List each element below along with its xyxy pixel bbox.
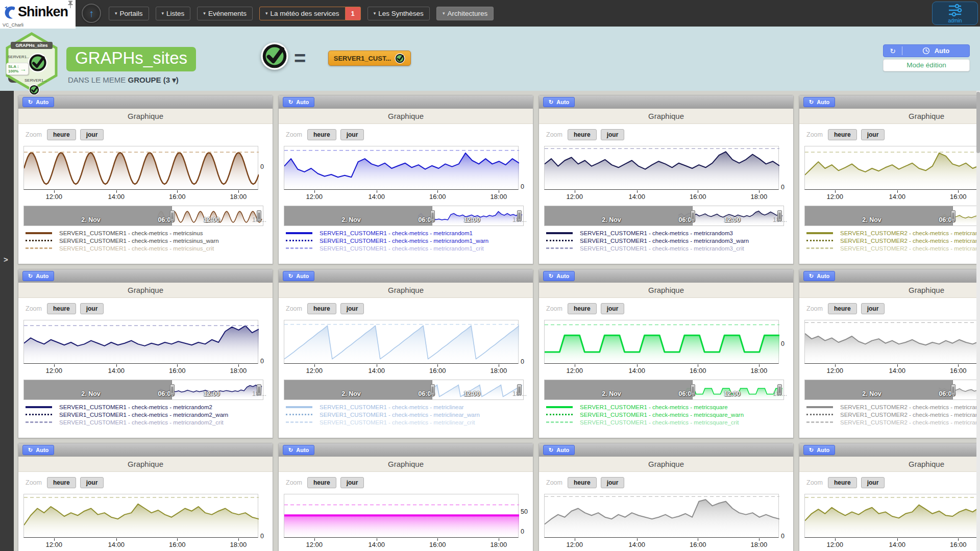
legend-entry[interactable]: SERVER1_CUSTOMER1 - check-metrics - metr… [26,418,270,426]
panel-auto-refresh-button[interactable]: ↻ Auto [22,445,54,455]
chart-plot-area[interactable] [804,146,980,190]
chart-plot-area[interactable] [284,146,519,190]
admin-button[interactable]: admin [932,2,978,25]
panel-auto-refresh-button[interactable]: ↻ Auto [283,97,314,107]
chart-navigator[interactable]: 2. Nov06:0012:0018:... [544,206,784,226]
zoom-hour-button[interactable]: heure [47,303,76,314]
legend-entry[interactable]: SERVER1_CUSTOMER1 - check-metrics - metr… [26,237,270,244]
menu-button[interactable]: ▾Architectures [436,7,494,20]
navigator-right-handle[interactable] [257,384,261,395]
panel-auto-refresh-button[interactable]: ↻ Auto [803,445,835,455]
zoom-hour-button[interactable]: heure [307,477,336,488]
legend-entry[interactable]: SERVER1_CUSTOMER1 - check-metrics - metr… [286,229,530,237]
legend-entry[interactable]: SERVER1_CUSTOMER1 - check-metrics - metr… [286,411,530,418]
chart-navigator[interactable]: 2. Nov06:0012:0018:... [284,206,524,226]
zoom-day-button[interactable]: jour [80,129,104,140]
navigator-left-handle[interactable] [691,384,695,395]
zoom-hour-button[interactable]: heure [47,129,76,140]
legend-entry[interactable]: SERVER1_CUSTOMER2 - check-metrics - metr… [806,237,980,244]
legend-entry[interactable]: SERVER1_CUSTOMER1 - check-metrics - metr… [286,237,530,244]
chart-navigator[interactable]: 2. Nov06:0012:0018:... [284,380,524,400]
zoom-day-button[interactable]: jour [601,129,625,140]
zoom-hour-button[interactable]: heure [828,303,857,314]
navigator-right-handle[interactable] [517,210,522,221]
pin-icon[interactable] [67,1,74,9]
chart-plot-area[interactable] [23,494,258,538]
chart-plot-area[interactable] [23,320,258,364]
zoom-day-button[interactable]: jour [601,303,625,314]
edit-mode-button[interactable]: Mode édition [883,59,970,71]
legend-entry[interactable]: SERVER1_CUSTOMER1 - check-metrics - metr… [546,237,790,244]
zoom-day-button[interactable]: jour [861,477,885,488]
zoom-hour-button[interactable]: heure [307,303,336,314]
scrollbar-thumb[interactable] [976,92,980,153]
page-title[interactable]: GRAPHs_sites [66,47,196,71]
menu-button[interactable]: ▾La météo des services [259,7,346,20]
chart-plot-area[interactable] [544,146,779,190]
zoom-day-button[interactable]: jour [861,129,885,140]
chart-navigator[interactable]: 2. Nov06:0012:0018:... [804,206,980,226]
zoom-hour-button[interactable]: heure [307,129,336,140]
legend-entry[interactable]: SERVER1_CUSTOMER1 - check-metrics - metr… [546,411,790,418]
legend-entry[interactable]: SERVER1_CUSTOMER2 - check-metrics - metr… [806,244,980,252]
panel-auto-refresh-button[interactable]: ↻ Auto [543,445,575,455]
navigator-left-handle[interactable] [951,210,955,221]
zoom-hour-button[interactable]: heure [828,477,857,488]
chart-navigator[interactable]: 2. Nov06:0012:0018:... [23,206,263,226]
zoom-day-button[interactable]: jour [340,477,364,488]
chart-navigator[interactable]: 2. Nov06:0012:0018:... [804,380,980,400]
chart-plot-area[interactable] [804,494,980,538]
legend-entry[interactable]: SERVER1_CUSTOMER2 - check-metrics - metr… [806,418,980,426]
scrollbar[interactable] [976,91,980,551]
panel-auto-refresh-button[interactable]: ↻ Auto [803,97,835,107]
navigator-left-handle[interactable] [170,384,175,395]
panel-auto-refresh-button[interactable]: ↻ Auto [543,97,575,107]
legend-entry[interactable]: SERVER1_CUSTOMER1 - check-metrics - metr… [546,229,790,237]
zoom-hour-button[interactable]: heure [568,129,597,140]
legend-entry[interactable]: SERVER1_CUSTOMER1 - check-metrics - metr… [26,403,270,411]
legend-entry[interactable]: SERVER1_CUSTOMER2 - check-metrics - metr… [806,411,980,418]
panel-auto-refresh-button[interactable]: ↻ Auto [283,445,314,455]
legend-entry[interactable]: SERVER1_CUSTOMER1 - check-metrics - metr… [26,229,270,237]
panel-auto-refresh-button[interactable]: ↻ Auto [22,97,54,107]
panel-auto-refresh-button[interactable]: ↻ Auto [22,271,54,281]
zoom-day-button[interactable]: jour [340,129,364,140]
zoom-day-button[interactable]: jour [80,303,104,314]
legend-entry[interactable]: SERVER1_CUSTOMER1 - check-metrics - metr… [546,418,790,426]
navigator-right-handle[interactable] [257,210,261,221]
logo-box[interactable]: Shinken VC_Charli [0,0,76,29]
zoom-hour-button[interactable]: heure [47,477,76,488]
zoom-day-button[interactable]: jour [601,477,625,488]
chart-navigator[interactable]: 2. Nov06:0012:0018:... [544,380,784,400]
zoom-hour-button[interactable]: heure [828,129,857,140]
navigator-right-handle[interactable] [777,210,782,221]
legend-entry[interactable]: SERVER1_CUSTOMER1 - check-metrics - metr… [286,244,530,252]
menu-button[interactable]: ▾Evénements [197,7,253,20]
legend-entry[interactable]: SERVER1_CUSTOMER1 - check-metrics - metr… [26,411,270,418]
legend-entry[interactable]: SERVER1_CUSTOMER1 - check-metrics - metr… [286,403,530,411]
navigator-right-handle[interactable] [517,384,522,395]
legend-entry[interactable]: SERVER1_CUSTOMER1 - check-metrics - metr… [26,244,270,252]
legend-entry[interactable]: SERVER1_CUSTOMER2 - check-metrics - metr… [806,229,980,237]
zoom-day-button[interactable]: jour [861,303,885,314]
chart-plot-area[interactable] [544,494,779,538]
navigator-left-handle[interactable] [170,210,175,221]
panel-auto-refresh-button[interactable]: ↻ Auto [803,271,835,281]
navigator-left-handle[interactable] [691,210,695,221]
navigator-left-handle[interactable] [951,384,955,395]
chart-plot-area[interactable] [804,320,980,364]
zoom-day-button[interactable]: jour [340,303,364,314]
service-button[interactable]: SERVER1_CUST... [328,51,411,66]
menu-button[interactable]: ▾Portails [109,7,149,20]
sidebar-expander[interactable]: > [4,255,8,264]
auto-refresh-toggle[interactable]: ↻ Auto [883,44,970,57]
zoom-day-button[interactable]: jour [80,477,104,488]
group-subtitle[interactable]: DANS LE MEME GROUPE (3 ▾) [68,76,179,85]
legend-entry[interactable]: SERVER1_CUSTOMER1 - check-metrics - metr… [546,403,790,411]
legend-entry[interactable]: SERVER1_CUSTOMER1 - check-metrics - metr… [286,418,530,426]
legend-entry[interactable]: SERVER1_CUSTOMER2 - check-metrics - metr… [806,403,980,411]
menu-button[interactable]: ▾Les Synthèses [368,7,430,20]
panel-auto-refresh-button[interactable]: ↻ Auto [283,271,314,281]
chart-plot-area[interactable] [544,320,779,364]
panel-auto-refresh-button[interactable]: ↻ Auto [543,271,575,281]
